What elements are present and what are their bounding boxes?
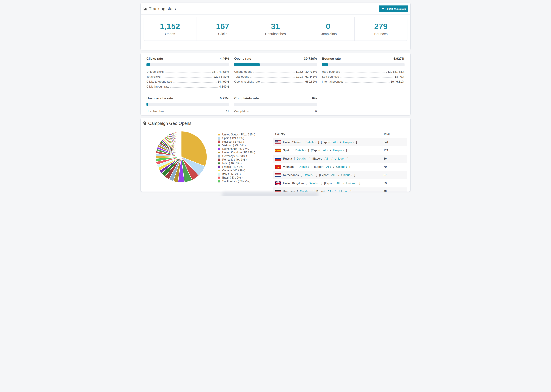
stat-label: Opens (165, 32, 175, 36)
country-name: Spain (283, 149, 290, 152)
export-unique-link[interactable]: Unique › (343, 140, 354, 144)
export-all-link[interactable]: All › (331, 173, 336, 177)
page-bottom-shadow (222, 192, 319, 196)
details-link[interactable]: Details › (305, 140, 316, 144)
metric-row: Unique opens 1,152 / 30.736% (234, 70, 317, 75)
export-prefix: [Export: (324, 182, 334, 185)
export-all-link[interactable]: All › (326, 165, 331, 169)
rate-block-unsubscribe-rate: Unsubscribe rate 0.77% Unsubscribes 31 (147, 97, 229, 115)
country-total: 67 (381, 171, 407, 179)
campaign-geo-opens-card: Campaign Geo Opens United States ( 541 /… (141, 118, 410, 192)
legend-item: South Africa ( 29 / 2% ) (218, 179, 273, 183)
metric-value: 689.82% (305, 80, 317, 84)
country-total: 79 (381, 163, 407, 171)
details-link[interactable]: Details › (299, 165, 309, 169)
legend-swatch (218, 151, 220, 154)
export-unique-link[interactable]: Unique › (338, 190, 348, 192)
nl-flag-icon (275, 173, 281, 177)
stat-value: 1,152 (160, 22, 180, 31)
rate-percent: 0% (312, 97, 317, 100)
export-unique-link[interactable]: Unique › (334, 157, 345, 161)
bracket: ] (310, 157, 311, 161)
dotted-leader (170, 87, 218, 88)
legend-label: Vietnam ( 79 / 5% ) (222, 144, 246, 147)
metric-label: Opens to clicks rate (234, 80, 260, 84)
slash-separator: / (333, 165, 334, 169)
progress-bar (147, 103, 229, 106)
legend-swatch (218, 176, 220, 179)
bracket: [ (306, 182, 307, 185)
export-basic-stats-button[interactable]: Export basic stats (379, 6, 408, 12)
export-unique-link[interactable]: Unique › (346, 182, 357, 185)
details-link[interactable]: Details › (297, 157, 308, 161)
stat-cell-opens: 1,152 Opens (144, 17, 197, 41)
slash-separator: / (335, 190, 336, 192)
dotted-leader (254, 72, 295, 73)
column-header-total: Total (381, 130, 407, 138)
legend-swatch (218, 169, 220, 172)
progress-bar (322, 63, 404, 66)
metric-value: 167 / 4.456% (212, 70, 229, 74)
legend-label: Canada ( 40 / 2% ) (222, 169, 245, 172)
pie-chart-svg (155, 130, 208, 183)
legend-item: Spain ( 121 / 7% ) (218, 136, 273, 140)
export-all-link[interactable]: All › (333, 140, 338, 144)
progress-bar-fill (234, 63, 260, 66)
export-all-link[interactable]: All › (325, 157, 329, 161)
progress-bar-fill (147, 63, 150, 66)
legend-swatch (218, 133, 220, 136)
dotted-leader (250, 112, 314, 112)
progress-bar (234, 63, 317, 66)
legend-item: United Kingdom ( 59 / 3% ) (218, 151, 273, 154)
export-all-link[interactable]: All › (323, 149, 328, 152)
vn-flag-icon (275, 165, 281, 169)
bracket: ] (347, 157, 348, 161)
rate-title: Bounce rate (322, 57, 341, 61)
legend-item: Germany ( 55 / 3% ) (218, 154, 273, 158)
metric-label: Complaints (234, 110, 249, 113)
legend-label: Italy ( 36 / 2% ) (222, 173, 241, 176)
details-link[interactable]: Details › (309, 182, 319, 185)
legend-swatch (218, 158, 220, 161)
progress-bar-fill (147, 103, 148, 106)
rate-block-bounce-rate: Bounce rate 6.927% Hard bounces 242 / 86… (322, 57, 404, 90)
geo-body: United States ( 541 / 31% ) Spain ( 121 … (141, 128, 410, 192)
geo-table-row-us: United States [Details ›] [Export: All ›… (273, 138, 407, 147)
details-link[interactable]: Details › (295, 149, 306, 152)
rates-card: Clicks rate 4.46% Unique clicks 167 / 4.… (141, 53, 410, 115)
geo-table-row-nl: Netherlands [Details ›] [Export: All › /… (273, 171, 407, 179)
metric-row: Complaints 0 (234, 110, 317, 115)
metric-label: Total clicks (147, 75, 161, 78)
legend-swatch (218, 144, 220, 147)
stat-value: 279 (374, 22, 388, 31)
stat-cell-unsubscribes: 31 Unsubscribes (249, 17, 302, 41)
metric-label: Unique opens (234, 70, 252, 74)
country-name: Vietnam (283, 165, 294, 169)
country-total: 59 (381, 179, 407, 188)
campaign-stats-page: Tracking stats Export basic stats 1,152 … (138, 0, 413, 196)
legend-label: Brazil ( 33 / 2% ) (222, 176, 242, 179)
export-prefix: [Export: (311, 149, 321, 152)
gb-flag-icon (275, 181, 281, 185)
bracket: ] (311, 165, 312, 169)
legend-label: Spain ( 121 / 7% ) (222, 137, 244, 140)
details-link[interactable]: Details › (300, 190, 311, 192)
legend-item: Vietnam ( 79 / 5% ) (218, 143, 273, 147)
export-all-link[interactable]: All › (327, 190, 332, 192)
legend-swatch (218, 137, 220, 140)
export-all-link[interactable]: All › (336, 182, 341, 185)
details-link[interactable]: Details › (304, 173, 314, 177)
legend-swatch (218, 180, 220, 183)
slash-separator: / (330, 149, 331, 152)
legend-swatch (218, 155, 220, 158)
export-unique-link[interactable]: Unique › (341, 173, 352, 177)
export-unique-link[interactable]: Unique › (336, 165, 347, 169)
bar-chart-icon (143, 7, 147, 11)
export-prefix: [Export: (321, 140, 331, 144)
geo-opens-title: Campaign Geo Opens (148, 121, 191, 126)
bracket: ] (313, 190, 313, 192)
export-unique-link[interactable]: Unique › (333, 149, 344, 152)
legend-swatch (218, 147, 220, 150)
metric-value: 242 / 86.738% (386, 70, 404, 74)
dotted-leader (162, 77, 212, 78)
